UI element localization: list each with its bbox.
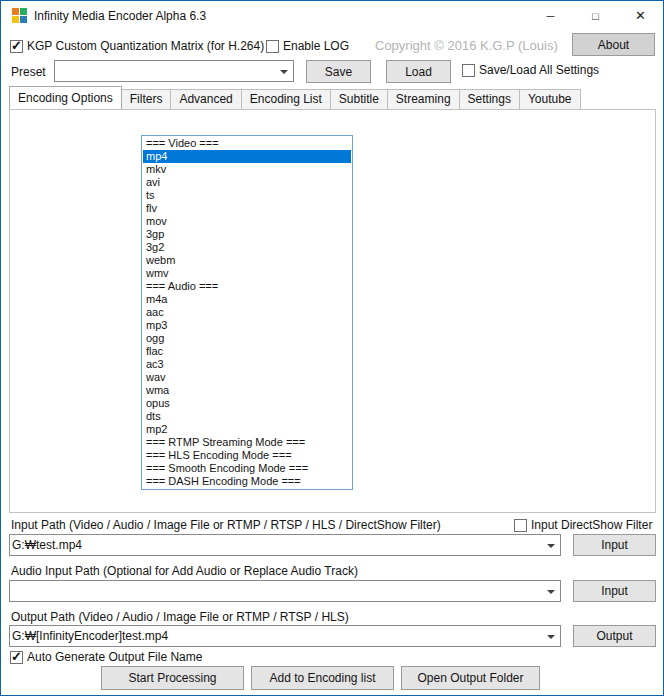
enable-log-checkbox[interactable] <box>266 40 279 53</box>
tab-bar: Encoding Options Filters Advanced Encodi… <box>9 87 581 109</box>
minimize-icon[interactable]: ─ <box>528 1 573 31</box>
preset-combobox[interactable] <box>54 60 294 82</box>
format-option-smooth-header[interactable]: === Smooth Encoding Mode === <box>143 462 351 475</box>
preset-save-button[interactable]: Save <box>306 60 371 83</box>
audio-input-path-label: Audio Input Path (Optional for Add Audio… <box>11 564 358 578</box>
audio-input-path-field[interactable] <box>12 582 542 600</box>
save-load-all-label: Save/Load All Settings <box>479 63 599 77</box>
open-output-folder-button[interactable]: Open Output Folder <box>401 666 540 690</box>
format-option-video-header[interactable]: === Video === <box>143 137 351 150</box>
tab-settings[interactable]: Settings <box>460 89 520 109</box>
format-option-ac3[interactable]: ac3 <box>143 358 351 371</box>
format-option-mp2[interactable]: mp2 <box>143 423 351 436</box>
format-option-m4a[interactable]: m4a <box>143 293 351 306</box>
copyright-text: Copyright © 2016 K.G.P (Louis) <box>375 38 558 53</box>
app-window: Infinity Media Encoder Alpha 6.3 ─ □ ✕ K… <box>0 0 664 696</box>
format-option-mov[interactable]: mov <box>143 215 351 228</box>
close-icon[interactable]: ✕ <box>618 1 663 31</box>
tab-subtitle[interactable]: Subtitle <box>331 89 388 109</box>
input-path-field[interactable] <box>12 536 542 554</box>
window-title: Infinity Media Encoder Alpha 6.3 <box>34 9 206 23</box>
input-browse-button[interactable]: Input <box>573 534 656 556</box>
format-option-wmv[interactable]: wmv <box>143 267 351 280</box>
output-path-combobox[interactable] <box>9 625 561 647</box>
kgp-matrix-checkbox[interactable] <box>10 40 23 53</box>
tab-streaming[interactable]: Streaming <box>388 89 460 109</box>
tab-filters[interactable]: Filters <box>122 89 172 109</box>
tab-youtube[interactable]: Youtube <box>520 89 581 109</box>
input-path-label: Input Path (Video / Audio / Image File o… <box>11 518 441 532</box>
chevron-down-icon[interactable] <box>547 635 555 639</box>
format-option-mp3[interactable]: mp3 <box>143 319 351 332</box>
format-option-mkv[interactable]: mkv <box>143 163 351 176</box>
preset-label: Preset <box>11 65 46 79</box>
format-option-avi[interactable]: avi <box>143 176 351 189</box>
chevron-down-icon <box>280 70 288 74</box>
format-dropdown: === Video === mp4 mkv avi ts flv mov 3gp… <box>141 135 353 490</box>
format-option-opus[interactable]: opus <box>143 397 351 410</box>
format-option-wma[interactable]: wma <box>143 384 351 397</box>
format-option-3g2[interactable]: 3g2 <box>143 241 351 254</box>
format-option-dts[interactable]: dts <box>143 410 351 423</box>
format-option-ogg[interactable]: ogg <box>143 332 351 345</box>
format-option-webm[interactable]: webm <box>143 254 351 267</box>
format-option-ts[interactable]: ts <box>143 189 351 202</box>
start-processing-button[interactable]: Start Processing <box>101 666 244 690</box>
format-option-flac[interactable]: flac <box>143 345 351 358</box>
output-path-field[interactable] <box>12 627 542 645</box>
format-option-dash-header[interactable]: === DASH Encoding Mode === <box>143 475 351 488</box>
directshow-label: Input DirectShow Filter <box>531 518 652 532</box>
output-browse-button[interactable]: Output <box>573 625 656 647</box>
save-load-all-checkbox[interactable] <box>462 64 475 77</box>
format-option-wav[interactable]: wav <box>143 371 351 384</box>
app-icon <box>12 8 28 24</box>
auto-generate-label: Auto Generate Output File Name <box>27 650 202 664</box>
audio-input-path-combobox[interactable] <box>9 580 561 602</box>
maximize-icon[interactable]: □ <box>573 1 618 31</box>
audio-input-browse-button[interactable]: Input <box>573 580 656 602</box>
preset-load-button[interactable]: Load <box>386 60 451 83</box>
tab-encoding-list[interactable]: Encoding List <box>242 89 331 109</box>
chevron-down-icon[interactable] <box>547 590 555 594</box>
format-option-flv[interactable]: flv <box>143 202 351 215</box>
output-path-label: Output Path (Video / Audio / Image File … <box>11 610 349 624</box>
auto-generate-checkbox[interactable] <box>10 651 23 664</box>
format-option-mp4[interactable]: mp4 <box>143 150 351 163</box>
format-option-rtmp-header[interactable]: === RTMP Streaming Mode === <box>143 436 351 449</box>
titlebar: Infinity Media Encoder Alpha 6.3 ─ □ ✕ <box>1 1 663 31</box>
input-path-combobox[interactable] <box>9 534 561 556</box>
format-option-aac[interactable]: aac <box>143 306 351 319</box>
tab-advanced[interactable]: Advanced <box>171 89 241 109</box>
format-option-hls-header[interactable]: === HLS Encoding Mode === <box>143 449 351 462</box>
format-option-audio-header[interactable]: === Audio === <box>143 280 351 293</box>
format-option-3gp[interactable]: 3gp <box>143 228 351 241</box>
directshow-checkbox[interactable] <box>514 519 527 532</box>
add-to-encoding-list-button[interactable]: Add to Encoding list <box>251 666 394 690</box>
enable-log-label: Enable LOG <box>283 39 349 53</box>
tab-encoding-options[interactable]: Encoding Options <box>9 86 122 109</box>
kgp-matrix-label: KGP Custom Quantization Matrix (for H.26… <box>27 39 264 53</box>
chevron-down-icon[interactable] <box>547 544 555 548</box>
about-button[interactable]: About <box>572 33 655 56</box>
